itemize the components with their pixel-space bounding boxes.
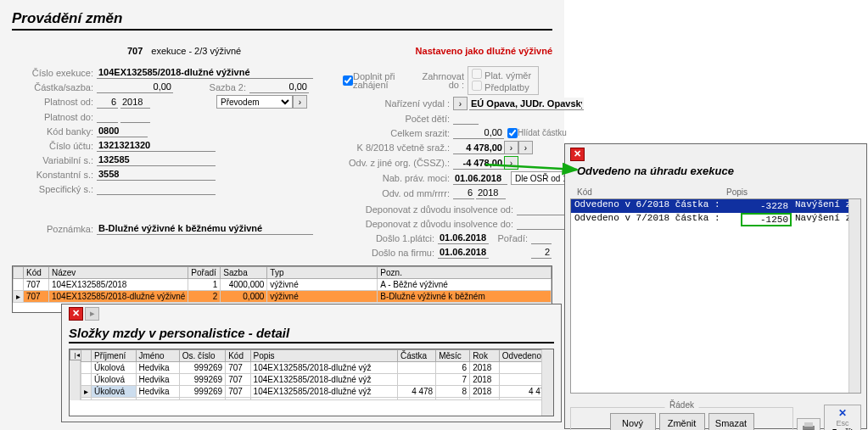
label-doslo-firmu: Došlo na firmu: bbox=[343, 248, 438, 258]
odv-cssz-detail-button[interactable]: › bbox=[504, 156, 518, 170]
new-button[interactable]: Nový bbox=[610, 413, 656, 430]
th-poradi[interactable]: Pořadí bbox=[188, 267, 221, 279]
input-kod-banky[interactable] bbox=[97, 125, 148, 137]
th-sazba[interactable]: Sazba bbox=[221, 267, 267, 279]
detail-window: ✕ ▸ Složky mzdy v personalistice - detai… bbox=[61, 304, 562, 422]
th-osc[interactable]: Os. číslo bbox=[179, 350, 225, 362]
input-poradi-val[interactable] bbox=[531, 246, 552, 259]
label-odv-cssz: Odv. z jiné org. (ČSSZ).: bbox=[343, 158, 453, 168]
input-k-vcetne[interactable] bbox=[453, 142, 504, 154]
checkbox-predplatby bbox=[472, 81, 482, 91]
checkbox-hlidat[interactable] bbox=[507, 128, 518, 138]
label-sazba2: Sazba 2: bbox=[173, 82, 249, 92]
label-platnost-do: Platnost do: bbox=[12, 112, 97, 122]
close-icon[interactable]: ✕ bbox=[69, 307, 83, 321]
input-celkem-srazit[interactable] bbox=[453, 126, 504, 139]
input-platnost-do-r[interactable] bbox=[120, 110, 150, 123]
label-cislo-exekuce: Číslo exekuce: bbox=[12, 68, 97, 78]
list-item[interactable]: Odvedeno v 7/2018 částka : -1250 Navýšen… bbox=[571, 213, 860, 226]
detail-grid[interactable]: |◂ Příjmení Jméno Os. číslo Kód Popis Čá… bbox=[69, 349, 554, 416]
narizeni-detail-button[interactable]: › bbox=[453, 97, 468, 110]
label-deponovat-od: Deponovat z důvodu insolvence od: bbox=[343, 204, 517, 215]
fieldset-label: Řádek bbox=[664, 400, 699, 410]
scrollbar[interactable] bbox=[848, 199, 860, 393]
col-kod: Kód bbox=[574, 187, 726, 197]
input-platnost-do-m[interactable] bbox=[97, 110, 118, 123]
input-sazba2[interactable] bbox=[249, 81, 309, 93]
label-nab-prav-moci: Nab. práv. moci: bbox=[343, 173, 453, 183]
label-narizeni-vydal: Nařízení vydal : bbox=[343, 98, 453, 109]
k-vcetne-btn2[interactable]: › bbox=[518, 141, 533, 154]
right-list[interactable]: Odvedeno v 6/2018 částka : -3228 Navýšen… bbox=[570, 198, 861, 394]
th-rok[interactable]: Rok bbox=[470, 350, 500, 362]
th-popis[interactable]: Popis bbox=[250, 350, 397, 362]
label-platnost-od: Platnost od: bbox=[12, 97, 97, 107]
th-typ[interactable]: Typ bbox=[267, 267, 378, 279]
input-doslo-platci[interactable] bbox=[438, 232, 489, 244]
input-poznamka[interactable] bbox=[97, 222, 313, 235]
label-doslo-platci: Došlo 1.plátci: bbox=[343, 233, 438, 243]
close-icon[interactable]: ✕ bbox=[570, 148, 585, 161]
th-pozn[interactable]: Pozn. bbox=[378, 267, 552, 279]
checkbox-doplnit[interactable] bbox=[343, 75, 353, 86]
input-platnost-od-r[interactable] bbox=[120, 96, 150, 109]
input-variabilni[interactable] bbox=[97, 154, 216, 166]
input-deponovat-do[interactable] bbox=[517, 217, 568, 230]
right-title: Odvedeno na úhradu exekuce bbox=[577, 165, 861, 177]
table-row[interactable]: ÚkolováHedvika999269707104EX132585/2018-… bbox=[81, 374, 553, 386]
input-deponovat-od[interactable] bbox=[517, 203, 568, 215]
label-celkem-srazit: Celkem srazit: bbox=[343, 128, 453, 138]
delete-button[interactable]: Smazat bbox=[708, 413, 754, 430]
select-zpusob-platby[interactable]: Převodem bbox=[216, 95, 293, 109]
list-item-selected[interactable]: Odvedeno v 6/2018 částka : -3228 Navýšen… bbox=[571, 199, 860, 213]
exekuce-text: exekuce - 2/3 výživné bbox=[151, 46, 241, 56]
th-castka[interactable]: Částka bbox=[397, 350, 435, 362]
right-window: ✕ Odvedeno na úhradu exekuce Kód Popis O… bbox=[564, 143, 867, 429]
scrollbar[interactable] bbox=[541, 349, 553, 416]
th-prijmeni[interactable]: Příjmení bbox=[92, 350, 137, 362]
input-platnost-od-m[interactable] bbox=[97, 96, 118, 109]
label-specificky: Specifický s.: bbox=[12, 184, 97, 194]
label-konstantni: Konstantní s.: bbox=[12, 170, 97, 180]
input-pocet-deti[interactable] bbox=[453, 112, 479, 125]
k-vcetne-btn1[interactable]: › bbox=[504, 141, 518, 154]
table-row[interactable]: ÚkolováHedvika999269707104EX132585/2018-… bbox=[81, 362, 553, 374]
label-k-vcetne: K 8/2018 včetně sraž.: bbox=[343, 142, 453, 153]
th-d-kod[interactable]: Kód bbox=[226, 350, 250, 362]
label-poznamka: Poznámka: bbox=[12, 224, 97, 234]
label-zahrnovat-do: Zahrnovat do : bbox=[412, 72, 468, 89]
input-narizeni-vydal[interactable] bbox=[469, 98, 584, 110]
input-odv-od-r[interactable] bbox=[476, 187, 506, 199]
label-odv-od: Odv. od mm/rrrr: bbox=[343, 188, 453, 198]
col-popis: Popis bbox=[726, 187, 748, 197]
input-nab-prav-moci[interactable] bbox=[453, 172, 507, 185]
table-row[interactable]: 707 104EX132585/2018 1 4000,000 výživné … bbox=[14, 279, 552, 291]
svg-rect-1 bbox=[804, 422, 813, 427]
label-hlidat: Hlídat částku bbox=[518, 128, 570, 137]
zpusob-detail-button[interactable]: › bbox=[293, 95, 307, 109]
th-mesic[interactable]: Měsíc bbox=[436, 350, 470, 362]
th-jmeno[interactable]: Jméno bbox=[136, 350, 179, 362]
exekuce-code: 707 bbox=[127, 46, 143, 56]
table-row[interactable]: ▸ÚkolováHedvika999269707104EX132585/2018… bbox=[81, 386, 553, 398]
edit-button[interactable]: Změnit bbox=[659, 413, 705, 430]
input-odv-od-m[interactable] bbox=[453, 187, 474, 199]
input-cislo-exekuce[interactable] bbox=[97, 66, 313, 79]
label-variabilni: Variabilní s.: bbox=[12, 155, 97, 165]
table-row-selected[interactable]: ▸ 707 104EX132585/2018-dlužné výživné 2 … bbox=[14, 291, 552, 303]
input-specificky[interactable] bbox=[97, 182, 216, 195]
input-poradi-top[interactable] bbox=[531, 232, 552, 244]
input-doslo-firmu[interactable] bbox=[438, 246, 489, 259]
th-kod[interactable]: Kód bbox=[24, 267, 49, 279]
th-nazev[interactable]: Název bbox=[49, 267, 188, 279]
table-row[interactable] bbox=[81, 398, 553, 400]
input-cislo-uctu[interactable] bbox=[97, 139, 216, 152]
label-kod-banky: Kód banky: bbox=[12, 126, 97, 137]
input-konstantni[interactable] bbox=[97, 168, 216, 181]
print-icon[interactable] bbox=[797, 418, 820, 430]
label-doplnit: Doplnit při zahájení bbox=[353, 72, 412, 89]
close-button[interactable]: ✕ Esc Zavřít bbox=[824, 405, 861, 430]
input-odv-cssz[interactable] bbox=[453, 157, 504, 170]
flag-icon: ▸ bbox=[85, 307, 99, 321]
input-castka-sazba[interactable] bbox=[97, 81, 173, 93]
